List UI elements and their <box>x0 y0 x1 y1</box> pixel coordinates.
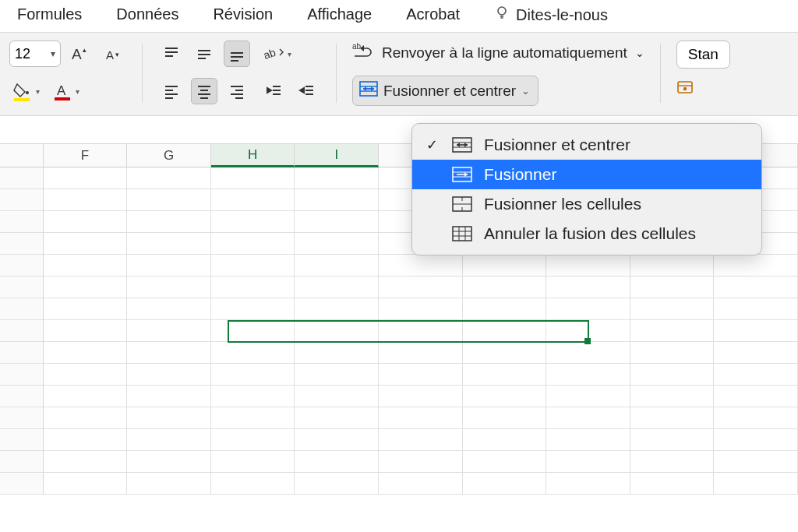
merge-center-icon <box>451 137 473 153</box>
menu-item-label: Fusionner et centrer <box>484 136 630 154</box>
separator <box>142 44 143 103</box>
svg-text:ab: ab <box>264 46 277 62</box>
menu-item-label: Annuler la fusion des cellules <box>484 224 696 243</box>
svg-text:▴: ▴ <box>83 46 87 54</box>
menu-item-merge-center[interactable]: ✓ Fusionner et centrer <box>412 130 761 160</box>
merge-dropdown-menu: ✓ Fusionner et centrer Fusionner Fusionn… <box>411 123 762 255</box>
menu-tellme[interactable]: Dites-le-nous <box>494 5 608 24</box>
menu-formulas[interactable]: Formules <box>17 5 82 23</box>
menu-bar: Formules Données Révision Affichage Acro… <box>0 0 798 32</box>
svg-text:▾: ▾ <box>115 51 119 58</box>
menu-acrobat[interactable]: Acrobat <box>406 5 460 23</box>
menu-item-unmerge[interactable]: Annuler la fusion des cellules <box>412 219 761 248</box>
lightbulb-icon <box>494 5 510 24</box>
wrap-text-icon: ab <box>352 41 374 65</box>
chevron-down-icon: ⌄ <box>521 85 530 97</box>
svg-marker-40 <box>300 88 304 93</box>
chevron-down-icon: ▾ <box>288 50 291 58</box>
merge-center-label: Fusionner et centrer <box>383 83 516 100</box>
wrap-merge-group: ab Renvoyer à la ligne automatiquement ⌄… <box>352 41 644 106</box>
unmerge-icon <box>451 226 473 241</box>
font-size-input[interactable] <box>10 43 46 65</box>
svg-point-7 <box>26 91 29 94</box>
align-left-button[interactable] <box>158 78 185 104</box>
orientation-indent-group: ab ▾ <box>261 41 320 104</box>
align-middle-button[interactable] <box>191 41 217 67</box>
menu-item-label: Fusionner les cellules <box>484 195 641 213</box>
svg-text:A: A <box>106 48 114 62</box>
column-header[interactable]: F <box>44 144 128 167</box>
number-format-combo[interactable]: Stan <box>676 41 730 69</box>
svg-text:A: A <box>57 83 66 98</box>
svg-marker-57 <box>464 143 468 147</box>
menu-item-merge-across[interactable]: Fusionner <box>412 160 761 189</box>
svg-rect-10 <box>55 97 70 100</box>
svg-rect-8 <box>14 98 30 101</box>
chevron-down-icon: ▾ <box>36 87 40 96</box>
menu-tellme-label: Dites-le-nous <box>516 6 608 23</box>
align-top-button[interactable] <box>158 41 185 67</box>
chevron-down-icon[interactable]: ▾ <box>46 48 60 59</box>
accounting-format-button[interactable] <box>676 79 697 97</box>
column-header[interactable]: I <box>295 144 379 167</box>
column-header[interactable]: H <box>211 144 295 167</box>
svg-point-0 <box>498 7 506 15</box>
svg-marker-48 <box>371 86 374 91</box>
alignment-group <box>158 41 250 104</box>
svg-marker-62 <box>464 172 468 177</box>
merge-across-icon <box>451 167 473 182</box>
menu-item-merge-cells[interactable]: Fusionner les cellules <box>412 189 761 219</box>
wrap-text-label: Renvoyer à la ligne automatiquement <box>382 44 627 62</box>
font-group: ▾ A▴ A▾ ▾ A ▾ <box>9 41 126 104</box>
svg-marker-47 <box>363 86 366 91</box>
orientation-button[interactable]: ab ▾ <box>261 41 295 67</box>
align-center-button[interactable] <box>191 78 217 104</box>
select-all-box[interactable] <box>0 144 44 167</box>
font-size-combo[interactable]: ▾ <box>9 41 61 67</box>
ribbon: ▾ A▴ A▾ ▾ A ▾ <box>0 32 798 116</box>
chevron-down-icon: ⌄ <box>635 47 644 59</box>
decrease-indent-button[interactable] <box>261 78 288 104</box>
menu-item-label: Fusionner <box>484 165 556 184</box>
increase-font-button[interactable]: A▴ <box>67 41 94 67</box>
svg-point-51 <box>683 87 687 90</box>
merge-cells-icon <box>451 196 473 212</box>
align-right-button[interactable] <box>224 78 250 104</box>
svg-marker-36 <box>267 88 271 93</box>
svg-text:ab: ab <box>352 42 362 51</box>
check-icon: ✓ <box>423 136 440 153</box>
separator <box>660 44 661 103</box>
svg-rect-67 <box>453 227 471 241</box>
column-header[interactable]: G <box>127 144 211 167</box>
menu-review[interactable]: Révision <box>213 5 273 23</box>
align-bottom-button[interactable] <box>224 41 250 67</box>
merge-center-button[interactable]: Fusionner et centrer ⌄ <box>352 76 538 106</box>
chevron-down-icon: ▾ <box>76 87 79 96</box>
wrap-text-button[interactable]: ab Renvoyer à la ligne automatiquement ⌄ <box>352 41 644 65</box>
separator <box>336 44 337 103</box>
svg-marker-56 <box>457 143 460 147</box>
merge-center-icon <box>359 81 378 100</box>
decrease-font-button[interactable]: A▾ <box>100 41 126 67</box>
menu-view[interactable]: Affichage <box>307 5 372 23</box>
svg-text:A: A <box>72 46 82 62</box>
font-color-button[interactable]: A ▾ <box>49 78 83 104</box>
number-format-group: Stan <box>676 41 730 97</box>
menu-data[interactable]: Données <box>116 5 178 23</box>
fill-color-button[interactable]: ▾ <box>9 78 43 104</box>
increase-indent-button[interactable] <box>294 78 320 104</box>
